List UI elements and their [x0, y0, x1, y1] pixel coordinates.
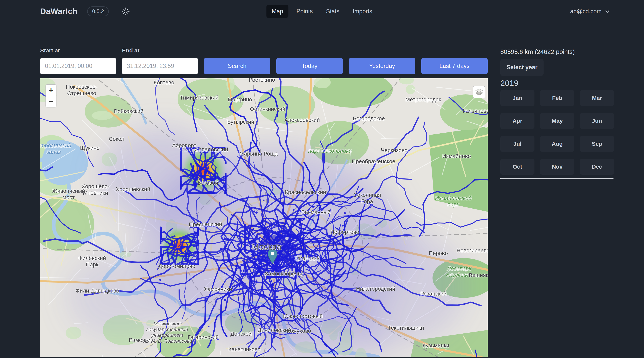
main-content: Start at End at Search Today Yesterday L… — [0, 23, 644, 357]
map-canvas[interactable]: Покровское- СтрешневоКоптевоТимирязевски… — [40, 78, 488, 357]
month-button-feb[interactable]: Feb — [540, 90, 574, 106]
version-badge: 0.5.2 — [87, 6, 109, 16]
map-column: Start at End at Search Today Yesterday L… — [40, 23, 488, 357]
main-nav: Map Points Stats Imports — [266, 5, 378, 18]
month-button-may[interactable]: May — [540, 113, 574, 129]
last-7-days-button[interactable]: Last 7 days — [421, 58, 488, 74]
filters-bar: Start at End at Search Today Yesterday L… — [40, 47, 488, 74]
tab-imports[interactable]: Imports — [348, 5, 378, 18]
month-button-mar[interactable]: Mar — [580, 90, 614, 106]
start-at-label: Start at — [40, 47, 116, 54]
month-button-oct[interactable]: Oct — [500, 159, 534, 175]
sidebar-divider — [500, 179, 614, 179]
zoom-out-button[interactable]: − — [46, 96, 56, 107]
tab-map[interactable]: Map — [266, 5, 288, 18]
month-button-aug[interactable]: Aug — [540, 136, 574, 152]
month-button-nov[interactable]: Nov — [540, 159, 574, 175]
map-tiles — [40, 78, 488, 357]
month-button-jun[interactable]: Jun — [580, 113, 614, 129]
brand: DaWarIch 0.5.2 — [40, 6, 130, 16]
end-at-input[interactable] — [122, 58, 198, 74]
select-year-button[interactable]: Select year — [500, 59, 544, 76]
start-at-input[interactable] — [40, 58, 116, 74]
user-menu[interactable]: ab@cd.com — [570, 8, 610, 15]
months-grid: JanFebMarAprMayJunJulAugSepOctNovDec — [500, 90, 614, 175]
yesterday-button[interactable]: Yesterday — [349, 58, 415, 74]
tab-stats[interactable]: Stats — [321, 5, 345, 18]
month-button-apr[interactable]: Apr — [500, 113, 534, 129]
month-button-sep[interactable]: Sep — [580, 136, 614, 152]
layers-icon — [475, 88, 484, 97]
end-at-label: End at — [122, 47, 198, 54]
end-at-field: End at — [122, 47, 198, 74]
zoom-control: + − — [46, 84, 56, 108]
search-button[interactable]: Search — [204, 58, 270, 74]
year-heading: 2019 — [500, 79, 614, 88]
today-button[interactable]: Today — [276, 58, 343, 74]
start-at-field: Start at — [40, 47, 116, 74]
app-root: DaWarIch 0.5.2 Map Points Stats Imports … — [0, 0, 644, 357]
layers-control[interactable] — [473, 86, 485, 98]
distance-stats: 80595.6 km (24622 points) — [500, 48, 614, 56]
month-button-dec[interactable]: Dec — [580, 159, 614, 175]
sidebar: 80595.6 km (24622 points) Select year 20… — [500, 23, 614, 179]
header: DaWarIch 0.5.2 Map Points Stats Imports … — [0, 0, 644, 23]
chevron-down-icon — [604, 8, 610, 14]
tab-points[interactable]: Points — [291, 5, 318, 18]
zoom-in-button[interactable]: + — [46, 85, 56, 96]
user-email: ab@cd.com — [570, 8, 602, 15]
month-button-jul[interactable]: Jul — [500, 136, 534, 152]
month-button-jan[interactable]: Jan — [500, 90, 534, 106]
theme-toggle-sun-icon[interactable] — [121, 7, 130, 16]
app-logo: DaWarIch — [40, 7, 77, 16]
